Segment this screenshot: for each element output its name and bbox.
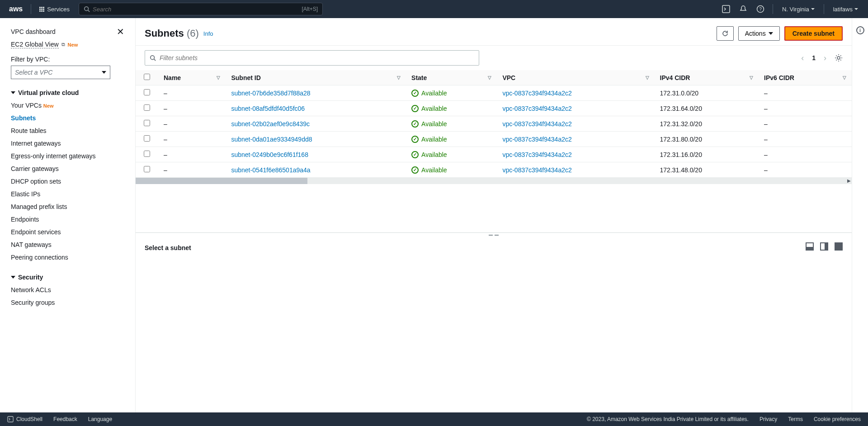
actions-label: Actions (745, 30, 766, 37)
cookie-prefs-link[interactable]: Cookie preferences (814, 416, 861, 422)
filter-input[interactable] (160, 54, 474, 62)
search-input[interactable] (93, 6, 302, 13)
sidebar-item[interactable]: Managed prefix lists (11, 200, 124, 213)
row-checkbox[interactable] (144, 166, 150, 172)
cell-name: – (158, 101, 226, 116)
sidebar-item[interactable]: Your VPCs New (11, 99, 124, 112)
column-header[interactable]: IPv4 CIDR▽ (655, 70, 759, 85)
table-row[interactable]: –subnet-07b6de358d7f88a28Availablevpc-08… (136, 85, 852, 101)
sidebar-item[interactable]: Egress-only internet gateways (11, 150, 124, 162)
search-icon (150, 55, 156, 61)
cell-subnet-id[interactable]: subnet-0da01ae9334949dd8 (226, 132, 406, 147)
cell-subnet-id[interactable]: subnet-0541f6e86501a9a4a (226, 162, 406, 178)
sidebar-close-icon[interactable]: ✕ (117, 26, 124, 37)
top-nav: aws Services [Alt+S] ? N. Virginia latif… (0, 0, 868, 18)
chevron-down-icon (11, 91, 15, 94)
actions-button[interactable]: Actions (738, 26, 780, 41)
global-search[interactable]: [Alt+S] (79, 3, 323, 15)
create-subnet-button[interactable]: Create subnet (784, 26, 843, 41)
cell-ipv4: 172.31.16.0/20 (655, 147, 759, 162)
region-selector[interactable]: N. Virginia (778, 4, 819, 14)
cloudshell-icon[interactable] (718, 2, 734, 16)
svg-point-5 (151, 56, 155, 60)
column-header[interactable]: IPv6 CIDR▽ (759, 70, 852, 85)
sidebar-item[interactable]: Endpoint services (11, 226, 124, 238)
account-menu[interactable]: latifaws (829, 4, 863, 14)
sidebar-section-security[interactable]: Security (11, 274, 124, 281)
horizontal-scrollbar[interactable]: ◀ ▶ (136, 178, 852, 184)
cell-vpc[interactable]: vpc-0837c394f9434a2c2 (497, 162, 654, 178)
cell-vpc[interactable]: vpc-0837c394f9434a2c2 (497, 116, 654, 132)
sidebar-item[interactable]: Peering connections (11, 251, 124, 264)
sidebar-item[interactable]: Endpoints (11, 213, 124, 226)
cell-vpc[interactable]: vpc-0837c394f9434a2c2 (497, 132, 654, 147)
sidebar-section-vpc[interactable]: Virtual private cloud (11, 89, 124, 96)
language-link[interactable]: Language (88, 416, 112, 422)
sidebar-item[interactable]: Route tables (11, 124, 124, 137)
table-row[interactable]: –subnet-0249b0e9c6f61f168Availablevpc-08… (136, 147, 852, 162)
select-all-checkbox[interactable] (144, 74, 150, 80)
cell-vpc[interactable]: vpc-0837c394f9434a2c2 (497, 101, 654, 116)
panel-layout-full-icon[interactable] (835, 242, 843, 251)
row-checkbox[interactable] (144, 89, 150, 95)
sidebar-item[interactable]: DHCP option sets (11, 175, 124, 188)
cloudshell-button[interactable]: CloudShell (7, 416, 42, 422)
notifications-icon[interactable] (736, 2, 751, 16)
terms-link[interactable]: Terms (788, 416, 803, 422)
cell-subnet-id[interactable]: subnet-08af5dfdf40d5fc06 (226, 101, 406, 116)
column-header[interactable]: State▽ (406, 70, 497, 85)
cell-subnet-id[interactable]: subnet-02b02aef0e9c8439c (226, 116, 406, 132)
pager-next[interactable]: › (824, 53, 826, 63)
cell-subnet-id[interactable]: subnet-0249b0e9c6f61f168 (226, 147, 406, 162)
cell-state: Available (406, 147, 497, 162)
column-header[interactable]: Name▽ (158, 70, 226, 85)
table-row[interactable]: –subnet-0541f6e86501a9a4aAvailablevpc-08… (136, 162, 852, 178)
cell-vpc[interactable]: vpc-0837c394f9434a2c2 (497, 147, 654, 162)
filter-subnets[interactable] (145, 50, 479, 66)
cell-subnet-id[interactable]: subnet-07b6de358d7f88a28 (226, 85, 406, 101)
footer: CloudShell Feedback Language © 2023, Ama… (0, 412, 868, 426)
table-row[interactable]: –subnet-08af5dfdf40d5fc06Availablevpc-08… (136, 101, 852, 116)
row-checkbox[interactable] (144, 151, 150, 157)
row-checkbox[interactable] (144, 135, 150, 142)
aws-logo[interactable]: aws (5, 5, 26, 13)
search-icon (84, 6, 90, 12)
sidebar-item[interactable]: Subnets (11, 112, 124, 124)
scroll-right-icon: ▶ (847, 178, 851, 183)
info-icon[interactable]: i (856, 26, 864, 34)
feedback-link[interactable]: Feedback (53, 416, 77, 422)
row-checkbox[interactable] (144, 104, 150, 111)
table-row[interactable]: –subnet-02b02aef0e9c8439cAvailablevpc-08… (136, 116, 852, 132)
sidebar-ec2-global-view[interactable]: EC2 Global View ⧉ New (11, 38, 124, 51)
panel-layout-side-icon[interactable] (820, 242, 828, 251)
sidebar-vpc-dashboard[interactable]: VPC dashboard (11, 25, 56, 38)
pager: ‹ 1 › (801, 53, 843, 63)
new-badge: New (68, 42, 78, 47)
sidebar-item[interactable]: Security groups (11, 296, 124, 309)
column-header[interactable]: VPC▽ (497, 70, 654, 85)
svg-rect-8 (8, 417, 13, 422)
chevron-down-icon (11, 276, 15, 279)
sidebar-item[interactable]: NAT gateways (11, 238, 124, 251)
panel-layout-bottom-icon[interactable] (806, 242, 814, 251)
privacy-link[interactable]: Privacy (760, 416, 777, 422)
sidebar-item[interactable]: Elastic IPs (11, 188, 124, 200)
info-link[interactable]: Info (203, 30, 213, 37)
refresh-button[interactable] (717, 26, 734, 41)
column-header[interactable]: Subnet ID▽ (226, 70, 406, 85)
services-label: Services (47, 6, 70, 13)
sidebar-item[interactable]: Internet gateways (11, 137, 124, 150)
vpc-filter-select[interactable]: Select a VPC (11, 66, 110, 79)
split-handle[interactable] (136, 232, 852, 238)
sidebar-item[interactable]: Carrier gateways (11, 162, 124, 175)
page-title: Subnets (6) (145, 28, 199, 39)
row-checkbox[interactable] (144, 120, 150, 126)
scrollbar-thumb[interactable] (136, 178, 307, 184)
cell-vpc[interactable]: vpc-0837c394f9434a2c2 (497, 85, 654, 101)
pager-prev[interactable]: ‹ (801, 53, 804, 63)
help-icon[interactable]: ? (753, 2, 768, 16)
services-menu[interactable]: Services (36, 4, 73, 14)
table-row[interactable]: –subnet-0da01ae9334949dd8Availablevpc-08… (136, 132, 852, 147)
settings-icon[interactable] (835, 54, 843, 62)
sidebar-item[interactable]: Network ACLs (11, 284, 124, 296)
